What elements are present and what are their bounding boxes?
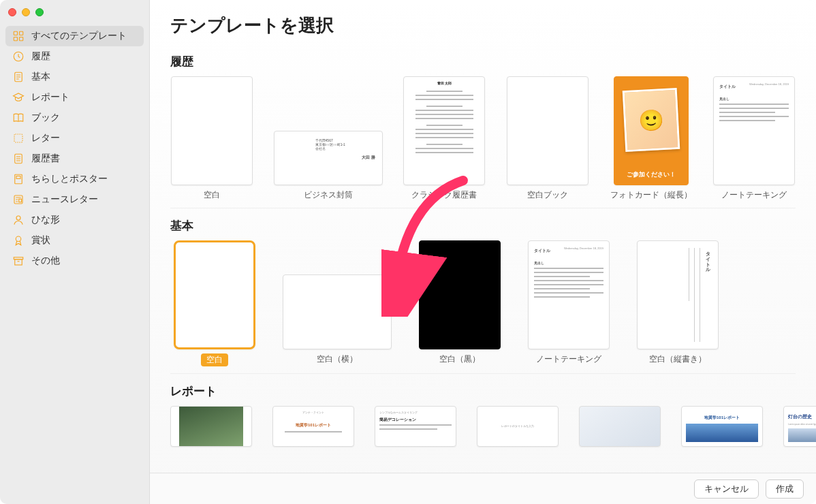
thumb-date: Wednesday, December 18, 2019 [749,82,789,86]
page-title: テンプレートを選択 [150,0,816,44]
sidebar-item-newsletters[interactable]: ニュースレター [5,189,144,210]
sidebar-item-label: ひな形 [31,214,60,226]
template-blank-vertical[interactable]: タイトル 空白（縦書き） [633,240,722,366]
zoom-window-button[interactable] [35,8,44,16]
create-button[interactable]: 作成 [766,479,804,499]
award-icon [12,234,25,247]
template-thumb: 灯台の歴史 Lorem ipsum dolor sit amet ligula [783,406,816,447]
template-thumb [170,406,252,447]
template-blank-landscape[interactable]: 空白（横） [279,240,395,366]
template-report-5[interactable] [579,406,661,447]
template-thumb [419,240,501,349]
template-thumb: 青田 太郎 [403,76,485,185]
template-label: フォトカード（縦長） [610,189,692,201]
svg-rect-1 [20,31,23,35]
sidebar-item-reports[interactable]: レポート [5,87,144,108]
sidebar-item-all-templates[interactable]: すべてのテンプレート [5,26,144,46]
stamp-icon [12,132,25,144]
template-row-recent: 空白 千代田4567東京都○○区○○町1-1会社名 大田 勝 ビジネス封筒 青田… [170,76,796,208]
photo-placeholder: 🙂 [622,88,680,152]
template-report-1[interactable] [170,406,252,447]
close-window-button[interactable] [8,8,16,16]
template-thumb [174,240,255,349]
sidebar-item-recent[interactable]: 履歴 [5,46,144,67]
mortarboard-icon [12,91,25,104]
svg-rect-0 [14,31,17,35]
sidebar-item-label: ちらしとポスター [31,173,108,185]
template-thumb [171,76,253,185]
template-label: ビジネス封筒 [304,189,353,201]
template-label: 空白（横） [317,353,358,365]
thumb-title: タイトル [704,248,711,270]
svg-point-12 [16,216,20,220]
template-thumb: 地質学101レポート [681,406,763,447]
photo-caption: ご参加ください！ [614,170,688,179]
document-icon [12,71,25,83]
template-note-taking[interactable]: タイトル Wednesday, December 18, 2019 見出し ノー… [712,76,796,201]
template-blank[interactable]: 空白 [170,76,253,201]
svg-rect-11 [19,199,22,202]
sidebar-item-letters[interactable]: レター [5,128,144,148]
sidebar-item-certificates[interactable]: 賞状 [5,230,144,251]
template-thumb: タイトル Wednesday, December 18, 2019 見出し [528,240,610,349]
thumb-title: 地質学101レポート [686,415,758,421]
thumb-title: 地質学101レポート [277,422,349,428]
template-report-4[interactable]: レポートのタイトルを入力 [477,406,559,447]
template-report-7[interactable]: 灯台の歴史 Lorem ipsum dolor sit amet ligula [783,406,816,447]
sidebar-item-label: 賞状 [31,234,50,247]
sidebar-item-label: すべてのテンプレート [31,30,127,42]
template-blank-dark[interactable]: 空白（黒） [415,240,504,366]
template-thumb: アンナ・クイント 地質学101レポート [272,406,354,447]
sidebar-item-other[interactable]: その他 [5,251,144,271]
template-label: ノートテーキング [721,189,787,201]
sidebar-item-flyers[interactable]: ちらしとポスター [5,169,144,189]
template-label: 空白（縦書き） [649,353,706,365]
cancel-button[interactable]: キャンセル [694,479,759,499]
template-thumb [283,274,392,349]
sidebar-item-basic[interactable]: 基本 [5,67,144,87]
template-blank-selected[interactable]: 空白 [170,240,259,366]
sidebar-item-books[interactable]: ブック [5,108,144,128]
template-label: 空白 [204,189,220,201]
template-label: 空白 [201,353,228,366]
template-label: 空白（黒） [439,353,480,365]
section-title-basic: 基本 [170,218,796,234]
template-row-basic: 空白 空白（横） 空白（黒） タイトル Wednesday, December … [170,240,796,374]
sidebar-item-resumes[interactable]: 履歴書 [5,148,144,169]
thumb-title: 簡易デコレーション [379,417,452,423]
book-icon [12,112,25,124]
template-classic-resume[interactable]: 青田 太郎 クラシック履歴書 [403,76,486,201]
svg-rect-2 [14,37,17,41]
template-thumb: タイトル Wednesday, December 18, 2019 見出し [713,76,795,185]
template-thumb [507,76,589,185]
newsletter-icon [12,193,25,206]
sidebar-category-list: すべてのテンプレート 履歴 基本 レポート [0,26,149,271]
list-icon [12,153,25,165]
svg-rect-15 [15,259,22,265]
template-scroll-area[interactable]: 履歴 空白 千代田4567東京都○○区○○町1-1会社名 大田 勝 ビジネス封筒… [150,44,816,473]
template-blank-book[interactable]: 空白ブック [506,76,589,201]
template-report-6[interactable]: 地質学101レポート [681,406,763,447]
template-report-2[interactable]: アンナ・クイント 地質学101レポート [272,406,354,447]
thumb-date: Wednesday, December 18, 2019 [564,247,603,250]
svg-rect-3 [20,37,23,41]
sidebar-item-stationery[interactable]: ひな形 [5,210,144,230]
svg-rect-6 [14,134,22,142]
template-thumb: 🙂 ご参加ください！ [614,76,689,185]
template-business-envelope[interactable]: 千代田4567東京都○○区○○町1-1会社名 大田 勝 ビジネス封筒 [274,76,383,201]
thumb-pretitle: シンプルなホームスタイリング [379,411,452,414]
sidebar-item-label: 履歴 [31,50,50,63]
minimize-window-button[interactable] [22,8,30,16]
template-thumb: シンプルなホームスタイリング 簡易デコレーション [375,406,456,447]
template-label: クラシック履歴書 [411,189,477,201]
template-report-3[interactable]: シンプルなホームスタイリング 簡易デコレーション [375,406,456,447]
thumb-title: 灯台の歴史 [788,413,816,420]
grid-icon [12,30,25,42]
template-note-taking-basic[interactable]: タイトル Wednesday, December 18, 2019 見出し ノー… [524,240,613,366]
template-chooser-window: すべてのテンプレート 履歴 基本 レポート [0,0,816,504]
template-photo-card-portrait[interactable]: 🙂 ご参加ください！ フォトカード（縦長） [610,76,693,201]
window-controls [0,5,149,26]
sidebar-item-label: レポート [31,91,69,104]
sidebar-item-label: その他 [31,255,60,267]
poster-icon [12,173,25,185]
